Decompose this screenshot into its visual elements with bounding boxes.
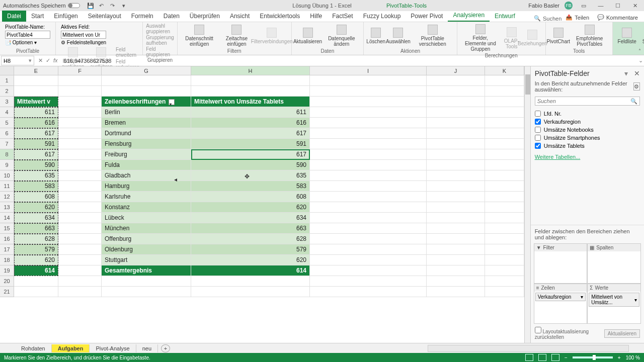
row-header-3[interactable]: 3 [0, 97, 14, 107]
ribbon-display-icon[interactable]: ▭ [578, 2, 590, 10]
relationships-button[interactable]: Beziehungen [523, 29, 542, 47]
tab-daten[interactable]: Daten [158, 11, 185, 22]
recommended-pt-button[interactable]: Empfohlene PivotTables [570, 24, 609, 48]
more-tables-link[interactable]: Weitere Tabellen... [531, 152, 644, 162]
page-layout-view-icon[interactable] [538, 354, 546, 361]
pivotchart-button[interactable]: PivotChart [549, 27, 568, 45]
tab-factset[interactable]: FactSet [327, 11, 358, 22]
row-header-4[interactable]: 4 [0, 107, 14, 118]
add-sheet-button[interactable]: + [161, 344, 170, 352]
field-umsätze-smartphones[interactable]: Umsätze Smartphones [535, 134, 640, 142]
clear-button[interactable]: Löschen [367, 27, 385, 45]
fx-icon[interactable]: fx [53, 57, 58, 64]
column-header-H[interactable]: H [191, 66, 310, 75]
zoom-in-icon[interactable]: + [618, 355, 621, 360]
row-header-15[interactable]: 15 [0, 223, 14, 234]
normal-view-icon[interactable] [525, 354, 533, 361]
row-header-21[interactable]: 21 [0, 287, 14, 297]
enter-formula-icon[interactable]: ✓ [46, 57, 50, 64]
fieldpanel-search-input[interactable] [535, 97, 628, 105]
row-labels-dropdown-icon[interactable] [169, 99, 175, 105]
fieldpanel-dropdown-icon[interactable]: ▾ [624, 69, 628, 77]
row-header-5[interactable]: 5 [0, 118, 14, 128]
row-header-18[interactable]: 18 [0, 255, 14, 265]
tab-einfügen[interactable]: Einfügen [49, 11, 83, 22]
tab-ansicht[interactable]: Ansicht [225, 11, 255, 22]
row-header-9[interactable]: 9 [0, 160, 14, 170]
ungroup-button[interactable]: Gruppierung aufheben [146, 35, 174, 46]
close-icon[interactable]: ✕ [629, 2, 641, 10]
field-settings-button[interactable]: ⚙ Feldeinstellungen [61, 40, 137, 45]
tab-file[interactable]: Datei [2, 11, 26, 22]
tab-entwurf[interactable]: Entwurf [490, 11, 520, 22]
tab-seitenlayout[interactable]: Seitenlayout [83, 11, 126, 22]
sheet-tab-pivot-analyse[interactable]: Pivot-Analyse [90, 344, 136, 352]
share-button[interactable]: 📤 Teilen [561, 13, 593, 22]
fieldpanel-close-icon[interactable]: ✕ [634, 69, 640, 77]
zoom-slider[interactable] [573, 356, 613, 358]
rows-area[interactable]: ≡Zeilen Verkaufsregion▾ [534, 284, 588, 324]
undo-icon[interactable]: ↶ [98, 2, 105, 9]
spreadsheet-grid[interactable]: EFGHIJK 123Mittelwert vZeilenbeschriftun… [0, 66, 524, 343]
tab-analysieren[interactable]: Analysieren [448, 10, 490, 22]
expand-field-button[interactable]: Feld erweitern [116, 47, 139, 58]
column-header-G[interactable]: G [102, 66, 191, 75]
tab-power pivot[interactable]: Power Pivot [406, 11, 448, 22]
defer-layout-checkbox[interactable]: Layoutaktualisierung zurückstellen [535, 327, 604, 340]
buttons-toggle[interactable]: Schaltflächen [640, 27, 644, 45]
zoom-level[interactable]: 100 % [626, 355, 640, 360]
row-header-19[interactable]: 19 [0, 265, 14, 276]
cancel-formula-icon[interactable]: ✕ [38, 57, 43, 64]
tab-überprüfen[interactable]: Überprüfen [185, 11, 225, 22]
select-button[interactable]: Auswählen [387, 27, 409, 45]
column-header-E[interactable]: E [14, 66, 58, 75]
group-selection-button[interactable]: Auswahl gruppieren [146, 23, 174, 34]
redo-icon[interactable]: ↷ [109, 2, 116, 9]
sheet-tab-neu[interactable]: neu [136, 344, 158, 352]
zoom-out-icon[interactable]: − [565, 355, 568, 360]
fieldpanel-search[interactable]: 🔍 [535, 97, 640, 106]
horizontal-scrollbar[interactable] [428, 345, 629, 352]
pivottable-name-input[interactable] [5, 31, 50, 39]
insert-timeline-button[interactable]: Zeitachse einfügen [220, 24, 253, 48]
tab-hilfe[interactable]: Hilfe [305, 11, 327, 22]
row-header-11[interactable]: 11 [0, 181, 14, 192]
collapse-ribbon-icon[interactable]: ˄ [638, 48, 641, 54]
select-all-corner[interactable] [0, 66, 14, 75]
field-lfd.-nr.[interactable]: Lfd. Nr. [535, 110, 640, 118]
fieldlist-button[interactable]: Feldliste [616, 27, 638, 45]
name-box-dropdown-icon[interactable]: ▾ [29, 57, 32, 64]
fieldpanel-gear-icon[interactable]: ⚙ [633, 82, 640, 90]
tab-fuzzy lookup[interactable]: Fuzzy Lookup [358, 11, 406, 22]
sheet-tab-aufgaben[interactable]: Aufgaben [52, 344, 90, 352]
row-header-6[interactable]: 6 [0, 128, 14, 139]
filter-connections-button[interactable]: Filterverbindungen [256, 27, 288, 45]
page-break-view-icon[interactable] [551, 354, 559, 361]
group-field-button[interactable]: Feld gruppieren [146, 46, 174, 57]
comments-button[interactable]: 💬 Kommentare [593, 13, 642, 22]
olap-tools-button[interactable]: OLAP-Tools [503, 26, 521, 50]
update-button[interactable]: Aktualisieren [604, 329, 640, 338]
minimize-icon[interactable]: — [595, 2, 607, 10]
maximize-icon[interactable]: ☐ [612, 2, 624, 10]
values-area[interactable]: ΣWerte Mittelwert von Umsätz...▾ [587, 284, 641, 324]
column-header-F[interactable]: F [58, 66, 102, 75]
row-header-17[interactable]: 17 [0, 244, 14, 255]
search-box[interactable]: 🔍 Suchen [534, 15, 561, 22]
autosave-toggle[interactable] [68, 3, 80, 8]
row-header-13[interactable]: 13 [0, 202, 14, 213]
options-button[interactable]: 📑 Optionen ▾ [5, 40, 50, 45]
row-header-1[interactable]: 1 [0, 75, 14, 86]
vertical-scrollbar[interactable] [524, 66, 530, 343]
row-header-20[interactable]: 20 [0, 276, 14, 287]
qat-dropdown-icon[interactable]: ▾ [120, 2, 127, 9]
insert-slicer-button[interactable]: Datenschnitt einfügen [181, 24, 218, 48]
refresh-button[interactable]: Aktualisieren [295, 27, 321, 45]
user-avatar[interactable]: FB [565, 2, 573, 10]
active-field-input[interactable] [61, 31, 106, 39]
column-header-K[interactable]: K [485, 66, 524, 75]
values-pill[interactable]: Mittelwert von Umsätz...▾ [589, 293, 639, 307]
row-header-8[interactable]: 8 [0, 149, 14, 160]
filter-area[interactable]: ▼Filter [534, 243, 588, 284]
row-header-7[interactable]: 7 [0, 139, 14, 149]
